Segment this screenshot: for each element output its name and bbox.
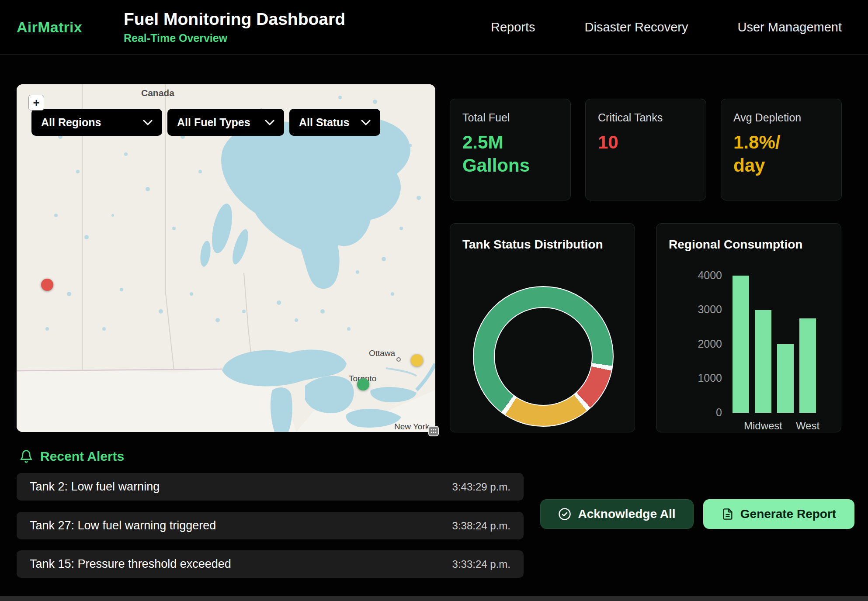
critical-tanks-card: Critical Tanks 10 <box>585 99 706 200</box>
main-nav: Reports Disaster Recovery User Managemen… <box>491 20 842 35</box>
bar-plot-area <box>733 276 820 413</box>
regions-filter-dropdown[interactable]: All Regions <box>31 109 162 136</box>
consumption-bar <box>799 318 816 413</box>
x-axis-label <box>777 420 794 432</box>
x-axis-label: West <box>799 420 816 432</box>
total-fuel-label: Total Fuel <box>462 111 558 124</box>
generate-report-label: Generate Report <box>740 507 836 521</box>
acknowledge-all-label: Acknowledge All <box>578 507 675 521</box>
fuel-types-filter-dropdown[interactable]: All Fuel Types <box>167 109 284 136</box>
label-new-york: New York <box>394 422 430 431</box>
y-axis-tick: 1000 <box>665 372 722 384</box>
chevron-down-icon <box>361 120 371 125</box>
label-ottawa: Ottawa <box>369 349 396 358</box>
status-filter-label: All Status <box>299 116 349 129</box>
chevron-down-icon <box>265 120 274 125</box>
acknowledge-all-button[interactable]: Acknowledge All <box>540 499 694 529</box>
app-logo: AirMatrix <box>17 19 124 36</box>
nav-user-management[interactable]: User Management <box>737 20 842 35</box>
tank-marker-critical[interactable] <box>41 279 53 291</box>
recent-alerts-header: Recent Alerts <box>19 449 124 464</box>
consumption-bar <box>777 344 794 413</box>
horizontal-scrollbar[interactable] <box>0 596 868 601</box>
check-circle-icon <box>558 508 571 521</box>
avg-depletion-value: 1.8%/ day <box>733 131 806 177</box>
y-axis-tick: 4000 <box>665 269 722 282</box>
document-icon <box>722 508 734 520</box>
fuel-monitoring-dashboard: AirMatrix Fuel Monitoring Dashboard Real… <box>0 0 868 601</box>
regions-filter-label: All Regions <box>41 116 101 129</box>
map-panel: Canada Ottawa Toronto New York + All Reg… <box>17 84 435 432</box>
alert-row[interactable]: Tank 2: Low fuel warning 3:43:29 p.m. <box>17 473 524 501</box>
bell-icon <box>19 449 33 463</box>
tank-status-donut <box>473 286 614 427</box>
avg-depletion-label: Avg Depletion <box>733 111 829 124</box>
regional-consumption-title: Regional Consumption <box>669 238 829 252</box>
label-canada: Canada <box>141 88 174 98</box>
alert-message: Tank 27: Low fuel warning triggered <box>30 519 216 532</box>
tank-marker-normal[interactable] <box>357 378 369 390</box>
y-axis-tick: 3000 <box>665 303 722 316</box>
alert-timestamp: 3:38:24 p.m. <box>452 520 510 532</box>
consumption-bar <box>733 276 749 413</box>
chevron-down-icon <box>143 120 153 125</box>
title-block: Fuel Monitoring Dashboard Real-Time Over… <box>124 10 345 45</box>
alert-message: Tank 2: Low fuel warning <box>30 480 160 494</box>
map-filters: All Regions All Fuel Types All Status <box>31 109 380 136</box>
critical-tanks-label: Critical Tanks <box>598 111 694 124</box>
avg-depletion-card: Avg Depletion 1.8%/ day <box>721 99 842 200</box>
alert-timestamp: 3:33:24 p.m. <box>452 558 510 570</box>
page-subtitle: Real-Time Overview <box>124 32 345 45</box>
regional-consumption-card: Regional Consumption 4000 3000 2000 1000… <box>656 223 841 432</box>
page-title: Fuel Monitoring Dashboard <box>124 10 345 29</box>
consumption-bar <box>755 310 771 413</box>
tank-status-title: Tank Status Distribution <box>462 238 622 252</box>
grip-dots-icon <box>431 429 437 433</box>
x-axis-labels: Midwest West <box>733 420 816 432</box>
stat-cards: Total Fuel 2.5M Gallons Critical Tanks 1… <box>450 99 842 200</box>
alert-row[interactable]: Tank 27: Low fuel warning triggered 3:38… <box>17 512 524 539</box>
y-axis-tick: 0 <box>665 406 722 419</box>
y-axis-tick: 2000 <box>665 338 722 350</box>
tank-marker-warning[interactable] <box>411 354 423 366</box>
total-fuel-value: 2.5M Gallons <box>462 131 535 177</box>
nav-disaster-recovery[interactable]: Disaster Recovery <box>585 20 688 35</box>
recent-alerts-title: Recent Alerts <box>40 449 124 464</box>
map-art: Canada Ottawa Toronto New York <box>17 84 435 432</box>
alert-timestamp: 3:43:29 p.m. <box>452 481 510 493</box>
map-canvas[interactable]: Canada Ottawa Toronto New York <box>17 84 435 432</box>
donut-hole <box>494 307 593 406</box>
map-zoom-in-button[interactable]: + <box>28 95 44 111</box>
x-axis-label: Midwest <box>755 420 771 432</box>
fuel-types-filter-label: All Fuel Types <box>177 116 250 129</box>
total-fuel-card: Total Fuel 2.5M Gallons <box>450 99 571 200</box>
map-resize-handle[interactable] <box>428 426 439 436</box>
generate-report-button[interactable]: Generate Report <box>703 499 854 529</box>
alert-message: Tank 15: Pressure threshold exceeded <box>30 557 231 571</box>
alert-row[interactable]: Tank 15: Pressure threshold exceeded 3:3… <box>17 550 524 578</box>
status-filter-dropdown[interactable]: All Status <box>289 109 380 136</box>
tank-status-card: Tank Status Distribution <box>450 223 635 432</box>
header: AirMatrix Fuel Monitoring Dashboard Real… <box>0 0 868 55</box>
critical-tanks-value: 10 <box>598 131 670 154</box>
nav-reports[interactable]: Reports <box>491 20 535 35</box>
